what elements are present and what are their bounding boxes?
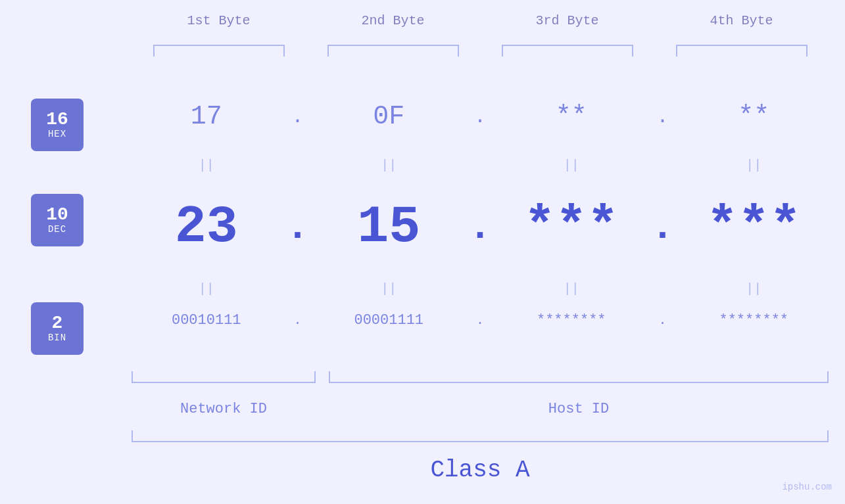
bin-value-2: 00001111 [314, 312, 464, 329]
top-brackets [132, 45, 829, 57]
hex-value-3: ** [496, 102, 646, 131]
badge-dec-label: DEC [48, 224, 66, 235]
dec-value-2: 15 [314, 197, 464, 257]
hex-value-2: 0F [314, 102, 464, 131]
hex-value-4: ** [679, 102, 829, 131]
bracket-4 [654, 45, 829, 57]
bin-row: 00010111 . 00001111 . ******** . *******… [132, 312, 829, 329]
network-bracket-container [132, 371, 316, 383]
overall-bottom-bracket [132, 430, 829, 442]
eq1-3: || [496, 158, 646, 173]
hex-dot-3: . [646, 106, 679, 128]
badge-bin: 2 BIN [31, 302, 84, 355]
eq1-2: || [314, 158, 464, 173]
badge-bin-number: 2 [52, 314, 63, 332]
hex-dot-2: . [464, 106, 496, 128]
watermark: ipshu.com [782, 482, 832, 492]
bracket-top-1 [153, 45, 285, 57]
dec-value-3: *** [496, 197, 646, 257]
hex-value-1: 17 [132, 102, 281, 131]
host-id-bracket [329, 371, 829, 383]
equals-row-2: || || || || [132, 281, 829, 296]
byte-header-4: 4th Byte [654, 13, 829, 28]
bin-value-4: ******** [679, 312, 829, 329]
bin-value-1: 00010111 [132, 312, 281, 329]
network-id-label: Network ID [132, 401, 316, 417]
badge-bin-label: BIN [48, 332, 66, 343]
bracket-top-4 [676, 45, 808, 57]
bottom-brackets [132, 371, 829, 383]
badge-hex-label: HEX [48, 129, 66, 139]
dec-value-4: *** [679, 197, 829, 257]
network-id-bracket [132, 371, 316, 383]
bracket-top-3 [502, 45, 633, 57]
bracket-1 [132, 45, 306, 57]
bracket-3 [480, 45, 654, 57]
eq1-4: || [679, 158, 829, 173]
host-id-label: Host ID [329, 401, 829, 417]
eq2-4: || [679, 281, 829, 296]
badge-dec-number: 10 [46, 206, 68, 224]
eq2-3: || [496, 281, 646, 296]
byte-header-1: 1st Byte [132, 13, 306, 28]
eq2-1: || [132, 281, 281, 296]
dec-row: 23 . 15 . *** . *** [132, 197, 829, 257]
dec-dot-3: . [646, 205, 679, 250]
dec-dot-2: . [464, 205, 496, 250]
badge-hex-number: 16 [46, 110, 68, 129]
eq1-1: || [132, 158, 281, 173]
byte-headers: 1st Byte 2nd Byte 3rd Byte 4th Byte [132, 13, 829, 28]
badge-hex: 16 HEX [31, 99, 84, 151]
bin-dot-1: . [281, 313, 314, 328]
class-a-label: Class A [132, 457, 829, 484]
bracket-2 [306, 45, 480, 57]
bin-value-3: ******** [496, 312, 646, 329]
equals-row-1: || || || || [132, 158, 829, 173]
bin-dot-2: . [464, 313, 496, 328]
main-container: 16 HEX 10 DEC 2 BIN 1st Byte 2nd Byte 3r… [0, 0, 845, 504]
badge-dec: 10 DEC [31, 194, 84, 246]
bin-dot-3: . [646, 313, 679, 328]
eq2-2: || [314, 281, 464, 296]
byte-header-3: 3rd Byte [480, 13, 654, 28]
bracket-top-2 [327, 45, 459, 57]
byte-header-2: 2nd Byte [306, 13, 480, 28]
hex-dot-1: . [281, 106, 314, 128]
dec-dot-1: . [281, 205, 314, 250]
dec-value-1: 23 [132, 197, 281, 257]
hex-row: 17 . 0F . ** . ** [132, 102, 829, 131]
host-bracket-container [329, 371, 829, 383]
